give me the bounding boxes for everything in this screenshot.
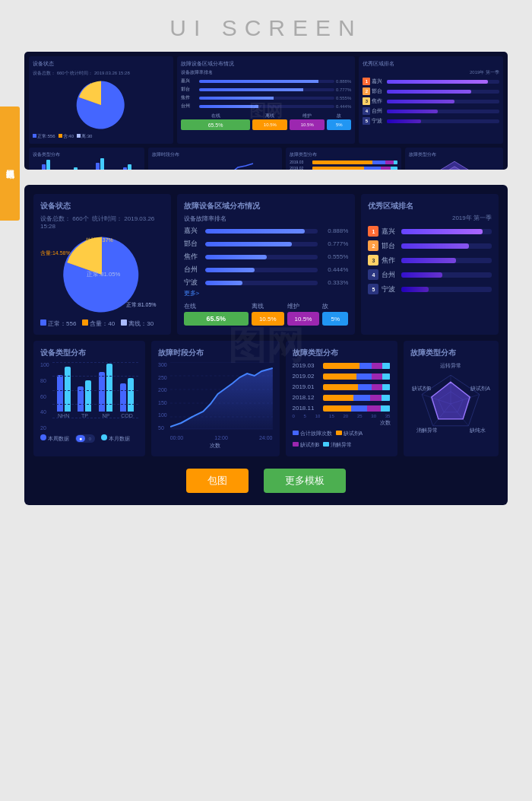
preview-radar-chart xyxy=(435,160,473,170)
radar-title: 故障类型分布 xyxy=(410,348,492,358)
preview-device-status-title: 设备状态 xyxy=(33,60,169,68)
fault-rank-jiaozuo: 焦作 0.555% xyxy=(184,252,349,262)
status-bars-row: 在线 65.5% 离线 10.5% 维护 10.5% 故 5% xyxy=(184,302,349,326)
region-ranking-title: 优秀区域排名 xyxy=(368,201,492,211)
x-axis-labels: 00:00 12:00 24:00 xyxy=(170,435,273,440)
preview-line-chart xyxy=(152,160,278,170)
fault-pct-label: 故障:4.37% xyxy=(86,237,113,244)
device-stat-info: 设备总数： 660个 统计时间： 2019.03.26 15:28 xyxy=(40,215,164,230)
side-label: 网站模板源代码 xyxy=(0,106,20,221)
radar-panel: 故障类型分布 运转异常 缺试剂A 缺纯水 消解异常 缺试剂B xyxy=(404,341,499,456)
fault-time-axis-label: 次数 xyxy=(158,442,273,450)
preview-legend: 正常:556 含:40 离:30 xyxy=(33,133,169,140)
svg-text:正常:81.05%: 正常:81.05% xyxy=(87,271,120,278)
maintain-bar: 10.5% xyxy=(287,312,320,326)
fault-rank-hantai: 邯台 0.777% xyxy=(184,239,349,249)
preview-pie-chart xyxy=(74,78,128,132)
preview-status-bars: 在线 65.5% 离线 10.5% 维护 10.5% 故 5% xyxy=(181,113,352,130)
main-dashboard: 图网 设备状态 设备总数： 660个 统计时间： 2019.03.26 15:2… xyxy=(24,185,508,505)
device-type-legend: 本周数据 ● ○ 本月数据 xyxy=(40,434,138,443)
fault-status-bar: 5% xyxy=(322,312,348,326)
fault-type-title: 故障类型分布 xyxy=(293,348,391,358)
action-buttons-row: 包图 更多模板 xyxy=(33,462,499,496)
fault-rank-ningbo: 宁波 0.333% xyxy=(184,278,349,288)
page-title: UI SCREEN xyxy=(0,0,532,52)
fault-rank-taizhou: 台州 0.444% xyxy=(184,265,349,275)
radar-chart-area: 运转异常 缺试剂A 缺纯水 消解异常 缺试剂B xyxy=(410,362,492,438)
normal-pct-label: 正常:81.05% xyxy=(126,301,157,309)
online-bar: 65.5% xyxy=(184,312,249,326)
region-row-3: 3 焦作 xyxy=(368,255,492,265)
fault-type-panel: 故障类型分布 2019.03 2019.02 xyxy=(286,341,397,456)
fault-rank-jiaxing: 嘉兴 0.888% xyxy=(184,226,349,236)
device-status-panel: 设备状态 设备总数： 660个 统计时间： 2019.03.26 15:28 正… xyxy=(33,194,171,335)
fault-time-panel: 故障时段分布 300 250 200 150 100 50 xyxy=(151,341,280,456)
device-type-title: 设备类型分布 xyxy=(40,348,138,358)
region-ranking-panel: 优秀区域排名 2019年 第一季 1 嘉兴 2 邯台 3 xyxy=(361,194,499,335)
fault-type-legend: 合计故障次数 缺试剂A 缺试剂B 消解异常 xyxy=(293,430,391,449)
preview-dashboard: 图网 设备状态 设备总数： 660个 统计时间： 2019.03.26 15:2… xyxy=(24,52,508,170)
fault-ranking-list: 嘉兴 0.888% 邯台 0.777% 焦作 0.555% xyxy=(184,226,349,288)
preview-fault-ranking: 嘉兴 0.888% 邯台 0.777% 焦作 0.555% xyxy=(181,78,352,110)
region-year-label: 2019年 第一季 xyxy=(368,214,492,222)
fault-type-chart: 2019.03 2019.02 xyxy=(293,362,391,412)
device-legend: 正常：556 含量：40 离线：30 xyxy=(40,319,164,328)
preview-region-title: 优秀区域排名 xyxy=(363,60,499,68)
region-row-5: 5 宁波 xyxy=(368,284,492,294)
device-type-chart: 100 80 60 40 20 xyxy=(40,362,138,431)
preview-stat-info: 设备总数： 660个 统计时间： 2019.03.26 15:28 xyxy=(33,70,169,77)
region-row-1: 1 嘉兴 xyxy=(368,226,492,237)
device-type-panel: 设备类型分布 100 80 60 40 20 xyxy=(33,341,145,456)
more-templates-button[interactable]: 更多模板 xyxy=(264,469,346,493)
more-link[interactable]: 更多> xyxy=(184,289,349,297)
fault-dist-subtitle: 设备故障率排名 xyxy=(184,215,349,223)
fault-time-title: 故障时段分布 xyxy=(158,348,273,358)
fault-distribution-panel: 故障设备区域分布情况 设备故障率排名 嘉兴 0.888% 邯台 0.777% 焦… xyxy=(177,194,356,335)
device-status-title: 设备状态 xyxy=(40,201,164,211)
fault-dist-title: 故障设备区域分布情况 xyxy=(184,201,349,211)
toggle-switch[interactable]: ● ○ xyxy=(75,434,95,443)
line-chart-svg xyxy=(170,362,273,431)
offline-bar: 10.5% xyxy=(252,312,284,326)
horiz-x-labels: 05101520253035 xyxy=(293,414,391,418)
region-row-4: 4 台州 xyxy=(368,269,492,280)
region-ranking-list: 1 嘉兴 2 邯台 3 焦作 4 xyxy=(368,226,492,294)
preview-fault-dist-title: 故障设备区域分布情况 xyxy=(181,60,352,68)
contain-pct-label: 含量:14.58% xyxy=(40,250,71,257)
baotu-button[interactable]: 包图 xyxy=(186,469,249,493)
preview-horiz-chart: 2019.03 2019.02 xyxy=(290,160,397,170)
preview-region-ranking: 1 嘉兴 2 邯台 3 焦作 4 xyxy=(363,78,499,125)
svg-marker-21 xyxy=(432,382,470,419)
preview-bar-chart: NHN TP NP xyxy=(33,160,141,170)
region-row-2: 2 邯台 xyxy=(368,240,492,251)
